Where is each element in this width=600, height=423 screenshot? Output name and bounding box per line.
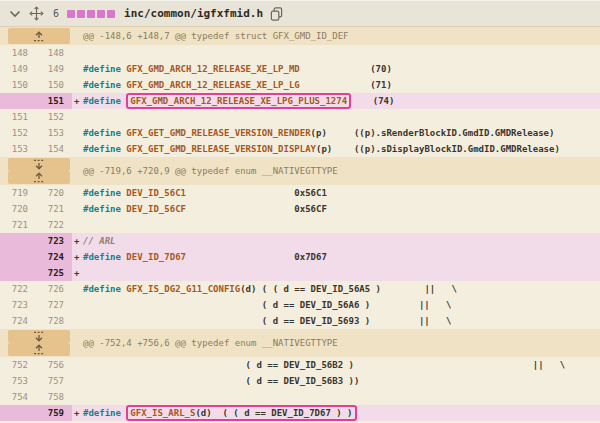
- old-line-number[interactable]: 151: [0, 109, 36, 125]
- old-line-number[interactable]: [0, 93, 36, 109]
- line-marker: [74, 77, 83, 93]
- code-line: #define GFX_IS_DG2_G11_CONFIG(d) ( ( d =…: [72, 281, 600, 297]
- new-line-number[interactable]: 151: [36, 93, 72, 109]
- diff-body: @@ -148,6 +148,7 @@ typedef struct GFX_G…: [0, 27, 600, 421]
- expand-up-button[interactable]: [8, 343, 70, 356]
- old-line-number[interactable]: [0, 249, 36, 265]
- diff-row: 759+#define GFX_IS_ARL_S(d) ( ( d == DEV…: [0, 405, 600, 421]
- line-marker: [74, 61, 83, 77]
- code-line: ( d == DEV_ID_56A6 ) || \: [72, 297, 600, 313]
- diff-row: 722726 #define GFX_IS_DG2_G11_CONFIG(d) …: [0, 281, 600, 297]
- old-line-number[interactable]: 148: [0, 45, 36, 61]
- diff-stat-square: [107, 10, 115, 18]
- hunk-header: @@ -148,6 +148,7 @@ typedef struct GFX_G…: [0, 27, 600, 45]
- code-segment: #define: [83, 204, 126, 214]
- old-line-number[interactable]: 153: [0, 141, 36, 157]
- diff-stat-square: [67, 10, 75, 18]
- old-line-number[interactable]: [0, 265, 36, 281]
- expand-up-button[interactable]: [8, 28, 70, 44]
- new-line-number[interactable]: 153: [36, 125, 72, 141]
- old-line-number[interactable]: 152: [0, 125, 36, 141]
- new-line-number[interactable]: 726: [36, 281, 72, 297]
- code-segment: (p) ((p).sRenderBlockID.GmdID.GMDRelease…: [311, 128, 555, 138]
- hunk-header-text: @@ -148,6 +148,7 @@ typedef struct GFX_G…: [72, 27, 349, 45]
- expand-down-button[interactable]: [8, 158, 70, 171]
- old-line-number[interactable]: 753: [0, 373, 36, 389]
- old-line-number[interactable]: 722: [0, 281, 36, 297]
- code-segment: #define: [83, 96, 126, 106]
- code-segment: (74): [351, 96, 394, 106]
- line-marker: +: [74, 249, 83, 265]
- expand-down-button[interactable]: [8, 330, 70, 343]
- file-path[interactable]: inc/common/igfxfmid.h: [124, 7, 263, 20]
- new-line-number[interactable]: 727: [36, 297, 72, 313]
- code-segment: #define: [83, 188, 126, 198]
- code-segment: (d) ( ( d == DEV_ID_7D67 ) ): [195, 408, 352, 418]
- diff-row: 754758: [0, 389, 600, 405]
- old-line-number[interactable]: 754: [0, 389, 36, 405]
- diff-row: 724728 ( d == DEV_ID_5693 ) || \: [0, 313, 600, 329]
- hunk-header: @@ -752,4 +756,6 @@ typedef enum __NATIV…: [0, 329, 600, 357]
- code-segment: DEV_ID_56CF: [126, 204, 186, 214]
- line-marker: [74, 125, 83, 141]
- copy-path-icon[interactable]: [270, 7, 283, 21]
- code-segment: // ARL: [83, 236, 116, 246]
- new-line-number[interactable]: 154: [36, 141, 72, 157]
- new-line-number[interactable]: 759: [36, 405, 72, 421]
- old-line-number[interactable]: 724: [0, 313, 36, 329]
- code-segment: 0x56C1: [186, 188, 327, 198]
- diff-row: 719720 #define DEV_ID_56C1 0x56C1: [0, 185, 600, 201]
- old-line-number[interactable]: 752: [0, 357, 36, 373]
- diff-row: 725+: [0, 265, 600, 281]
- new-line-number[interactable]: 758: [36, 389, 72, 405]
- line-marker: [74, 185, 83, 201]
- new-line-number[interactable]: 728: [36, 313, 72, 329]
- old-line-number[interactable]: 723: [0, 297, 36, 313]
- diff-row: 150150 #define GFX_GMD_ARCH_12_RELEASE_X…: [0, 77, 600, 93]
- line-marker: [74, 141, 83, 157]
- old-line-number[interactable]: [0, 405, 36, 421]
- code-segment: ( d == DEV_ID_56B3 )): [83, 376, 359, 386]
- new-line-number[interactable]: 725: [36, 265, 72, 281]
- new-line-number[interactable]: 757: [36, 373, 72, 389]
- old-line-number[interactable]: 721: [0, 217, 36, 233]
- code-segment: ( d == DEV_ID_56A6 ) || \: [83, 300, 451, 310]
- diff-stat-squares: [67, 10, 115, 18]
- diff-row: 151+#define GFX_GMD_ARCH_12_RELEASE_XE_L…: [0, 93, 600, 109]
- code-line: [72, 45, 600, 61]
- new-line-number[interactable]: 756: [36, 357, 72, 373]
- new-line-number[interactable]: 723: [36, 233, 72, 249]
- collapse-chevron-icon[interactable]: [9, 10, 21, 18]
- old-line-number[interactable]: 719: [0, 185, 36, 201]
- code-segment: GFX_GMD_ARCH_12_RELEASE_XE_LP_LG: [126, 80, 299, 90]
- new-line-number[interactable]: 724: [36, 249, 72, 265]
- code-line: +#define DEV_ID_7D67 0x7D67: [72, 249, 600, 265]
- line-marker: +: [74, 233, 83, 249]
- new-line-number[interactable]: 722: [36, 217, 72, 233]
- new-line-number[interactable]: 721: [36, 201, 72, 217]
- code-segment: (70): [300, 64, 392, 74]
- new-line-number[interactable]: 150: [36, 77, 72, 93]
- old-line-number[interactable]: 149: [0, 61, 36, 77]
- diff-row: 148148: [0, 45, 600, 61]
- code-segment: 0x56CF: [186, 204, 327, 214]
- diff-row: 721722: [0, 217, 600, 233]
- line-marker: [74, 109, 83, 125]
- new-line-number[interactable]: 149: [36, 61, 72, 77]
- diff-row: 720721 #define DEV_ID_56CF 0x56CF: [0, 201, 600, 217]
- old-line-number[interactable]: 150: [0, 77, 36, 93]
- line-marker: [74, 297, 83, 313]
- line-marker: [74, 357, 83, 373]
- expand-up-button[interactable]: [8, 171, 70, 184]
- old-line-number[interactable]: 720: [0, 201, 36, 217]
- code-line: #define GFX_GMD_ARCH_12_RELEASE_XE_LP_MD…: [72, 61, 600, 77]
- code-line: +#define GFX_GMD_ARCH_12_RELEASE_XE_LPG_…: [72, 93, 600, 109]
- line-marker: +: [74, 93, 83, 109]
- code-segment: DEV_ID_7D67: [126, 252, 186, 262]
- old-line-number[interactable]: [0, 233, 36, 249]
- new-line-number[interactable]: 720: [36, 185, 72, 201]
- new-line-number[interactable]: 152: [36, 109, 72, 125]
- drag-handle-icon[interactable]: [29, 6, 44, 21]
- diff-row: 723727 ( d == DEV_ID_56A6 ) || \: [0, 297, 600, 313]
- new-line-number[interactable]: 148: [36, 45, 72, 61]
